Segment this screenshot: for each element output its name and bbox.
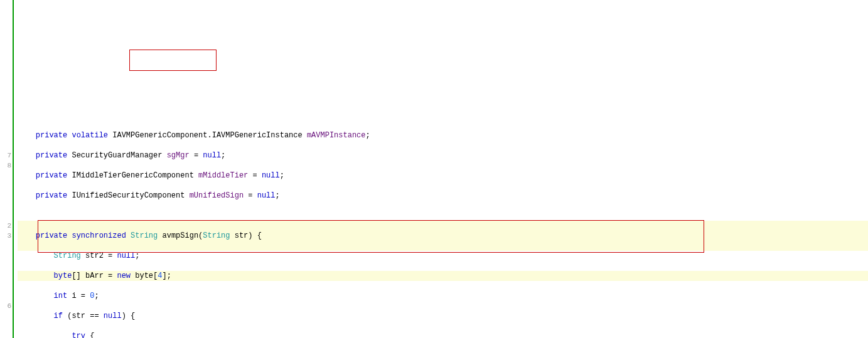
usage-highlight-bg — [18, 221, 868, 231]
gutter-mark — [0, 191, 11, 201]
gutter-mark — [0, 60, 11, 70]
gutter-mark — [0, 90, 11, 100]
code-line[interactable]: try { — [18, 331, 868, 338]
gutter-mark — [0, 40, 11, 50]
gutter-mark — [0, 261, 11, 271]
gutter-mark — [0, 10, 11, 20]
code-line[interactable]: byte[] bArr = new byte[4]; — [18, 271, 868, 281]
gutter-mark — [0, 321, 11, 331]
gutter-mark — [0, 291, 11, 301]
code-editor[interactable]: 7 8 2 3 6 private volatile IAVMPGenericC… — [0, 0, 868, 338]
gutter-mark — [0, 331, 11, 338]
gutter-mark — [0, 241, 11, 251]
gutter-mark — [0, 251, 11, 261]
gutter-mark — [0, 130, 11, 140]
gutter-mark — [0, 110, 11, 120]
code-line[interactable]: private IMiddleTierGenericComponent mMid… — [18, 171, 868, 181]
gutter: 7 8 2 3 6 — [0, 0, 13, 338]
red-annotation-box — [129, 50, 217, 71]
change-bar — [13, 0, 14, 338]
gutter-mark — [0, 211, 11, 221]
gutter-mark — [0, 181, 11, 191]
gutter-mark — [0, 140, 11, 151]
gutter-mark — [0, 171, 11, 181]
gutter-mark — [0, 311, 11, 321]
code-line[interactable]: private SecurityGuardManager sgMgr = nul… — [18, 151, 868, 161]
code-line[interactable]: int i = 0; — [18, 291, 868, 301]
code-line[interactable]: private volatile IAVMPGenericComponent.I… — [18, 130, 868, 140]
gutter-mark — [0, 50, 11, 60]
code-line[interactable]: if (str == null) { — [18, 311, 868, 321]
code-line[interactable]: String str2 = null; — [18, 251, 868, 261]
gutter-mark — [0, 20, 11, 30]
gutter-mark — [0, 30, 11, 40]
gutter-mark: 6 — [0, 301, 11, 311]
code-line[interactable]: private synchronized String avmpSign(Str… — [18, 231, 868, 241]
gutter-mark: 7 — [0, 151, 11, 161]
code-area[interactable]: private volatile IAVMPGenericComponent.I… — [18, 0, 868, 338]
gutter-mark — [0, 100, 11, 110]
gutter-mark — [0, 281, 11, 291]
gutter-mark: 3 — [0, 231, 11, 241]
gutter-mark — [0, 201, 11, 211]
gutter-mark — [0, 120, 11, 130]
code-line[interactable] — [18, 211, 868, 221]
gutter-mark — [0, 70, 11, 80]
gutter-mark: 2 — [0, 221, 11, 231]
usage-highlight-bg — [18, 241, 868, 251]
gutter-mark — [0, 80, 11, 90]
gutter-mark — [0, 0, 11, 10]
gutter-mark — [0, 271, 11, 281]
gutter-mark: 8 — [0, 161, 11, 171]
code-line[interactable]: private IUnifiedSecurityComponent mUnifi… — [18, 191, 868, 201]
